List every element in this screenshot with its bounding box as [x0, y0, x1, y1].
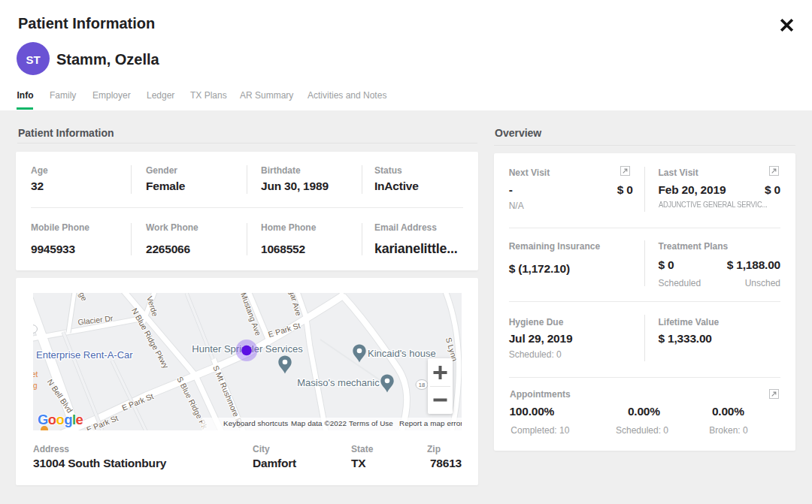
svg-text:Report a map error: Report a map error — [399, 419, 462, 427]
svg-text:18: 18 — [419, 382, 425, 388]
svg-text:Masiso's mechanic: Masiso's mechanic — [297, 377, 380, 388]
svg-text:Keyboard shortcuts: Keyboard shortcuts — [223, 419, 288, 427]
svg-text:et: et — [33, 370, 38, 379]
svg-text:Google: Google — [38, 412, 83, 427]
svg-text:Map data ©2022: Map data ©2022 — [291, 419, 347, 427]
svg-text:Kincaid's house: Kincaid's house — [368, 348, 436, 359]
svg-text:Terms of Use: Terms of Use — [349, 419, 393, 427]
svg-text:g: g — [33, 382, 38, 390]
svg-text:Enterprise Rent-A-Car: Enterprise Rent-A-Car — [36, 349, 133, 361]
